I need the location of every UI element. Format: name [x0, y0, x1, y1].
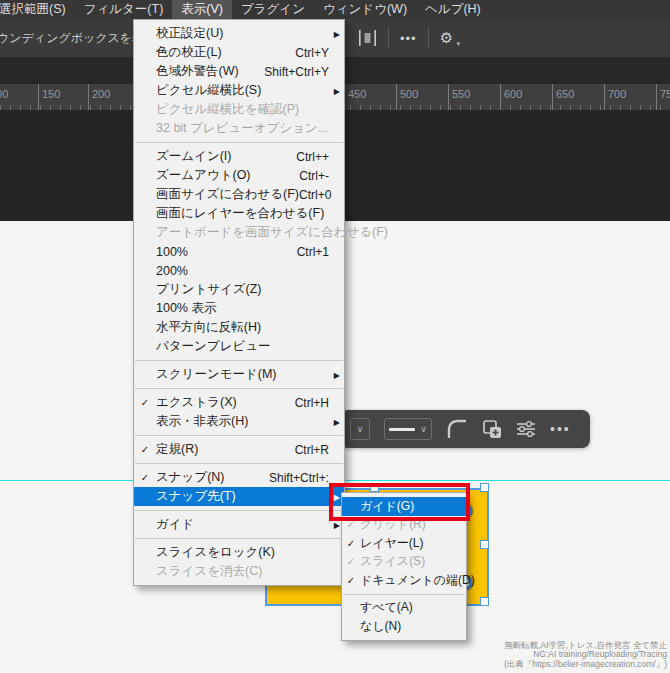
check-icon: ✓ [134, 444, 156, 455]
view-menu-panel: 校正設定(U)▶色の校正(L)Ctrl+Y色域外警告(W)Shift+Ctrl+… [133, 19, 345, 586]
view-menu-item-fit-on-screen[interactable]: 画面サイズに合わせる(F)Ctrl+0 [134, 185, 344, 204]
view-menu-item-label: 200% [156, 264, 188, 278]
transform-handle-right[interactable] [480, 540, 489, 549]
check-icon: ✓ [342, 519, 360, 530]
view-menu-item-32bit-preview-options[interactable]: 32 bit プレビューオプション... [134, 119, 344, 138]
view-menu-item-label: スナップ先(T) [156, 488, 236, 505]
view-menu-item-fit-layers-on-screen[interactable]: 画面にレイヤーを合わせる(F) [134, 204, 344, 223]
menubar-item-filter[interactable]: フィルター(T) [75, 0, 173, 19]
view-menu-separator [135, 142, 343, 143]
view-menu-item-rulers[interactable]: ✓定規(R)Ctrl+R [134, 440, 344, 459]
ruler-number: 100 [0, 84, 8, 110]
transform-handle-bottom-right[interactable] [480, 597, 489, 606]
snap-submenu-item-label: グリッド(R) [360, 516, 426, 533]
snap-submenu-item-label: ドキュメントの端(D) [360, 572, 475, 589]
shortcut-label: Ctrl+H [295, 396, 329, 410]
snap-submenu-item-layers[interactable]: ✓レイヤー(L) [342, 534, 466, 553]
view-menu-item-label: アートボードを画面サイズに合わせる(F) [156, 224, 388, 241]
stroke-style-dropdown[interactable]: ∨ [384, 418, 432, 440]
view-menu-item-label: スライスをロック(K) [156, 544, 275, 561]
view-menu-item-200pct[interactable]: 200% [134, 261, 344, 280]
stroke-style-preview [389, 428, 415, 431]
snap-submenu-item-slices[interactable]: ✓スライス(S) [342, 553, 466, 572]
view-menu-item-clear-slices[interactable]: スライスを消去(C) [134, 562, 344, 581]
submenu-arrow-icon: ▶ [334, 492, 340, 501]
snap-submenu-item-all[interactable]: すべて(A) [342, 599, 466, 618]
view-menu-item-fit-artboard-on-screen[interactable]: アートボードを画面サイズに合わせる(F) [134, 223, 344, 242]
view-menu-item-snap[interactable]: ✓スナップ(N)Shift+Ctrl+: [134, 468, 344, 487]
corner-radius-icon[interactable] [446, 418, 468, 440]
menubar-item-view[interactable]: 表示(V) [172, 0, 232, 19]
more-options-icon[interactable]: ••• [400, 31, 417, 46]
view-menu-item-label: スナップ(N) [156, 469, 225, 486]
view-menu-item-100pct-view[interactable]: 100% 表示 [134, 299, 344, 318]
view-menu-item-label: 定規(R) [156, 441, 198, 458]
ruler-number: 200 [88, 84, 110, 110]
view-menu-item-proof-setup[interactable]: 校正設定(U)▶ [134, 24, 344, 43]
view-menu-item-show-hide[interactable]: 表示・非表示(H)▶ [134, 412, 344, 431]
ruler-number: 500 [396, 84, 418, 110]
photoshop-window: 選択範囲(S)フィルター(T)表示(V)プラグインウィンドウ(W)ヘルプ(H) … [0, 0, 670, 673]
task-bar-more-icon[interactable]: ••• [550, 421, 571, 437]
properties-sliders-icon[interactable] [516, 420, 536, 438]
gear-icon[interactable]: ⚙ ▾ [440, 29, 453, 47]
distribute-horizontal-centers-icon[interactable] [358, 30, 377, 46]
snap-submenu-item-guides[interactable]: ガイド(G) [342, 497, 466, 516]
options-bar-divider [428, 27, 429, 49]
snap-submenu-item-none[interactable]: なし(N) [342, 617, 466, 636]
view-menu-item-guides[interactable]: ガイド▶ [134, 515, 344, 534]
view-menu-item-screen-mode[interactable]: スクリーンモード(M)▶ [134, 365, 344, 384]
submenu-arrow-icon: ▶ [334, 417, 340, 426]
view-menu-item-pixel-aspect-ratio[interactable]: ピクセル縦横比(S)▶ [134, 81, 344, 100]
shortcut-label: Ctrl+- [299, 169, 329, 183]
shortcut-label: Ctrl+1 [297, 245, 329, 259]
view-menu-item-gamut-warning[interactable]: 色域外警告(W)Shift+Ctrl+Y [134, 62, 344, 81]
check-icon: ✓ [342, 556, 360, 567]
menubar-item-plugins[interactable]: プラグイン [232, 0, 314, 19]
view-menu-item-print-size[interactable]: プリントサイズ(Z) [134, 280, 344, 299]
ruler-number: 600 [500, 84, 522, 110]
ruler-number: 650 [552, 84, 574, 110]
view-menu-item-pattern-preview[interactable]: パターンプレビュー [134, 337, 344, 356]
snap-submenu-separator [343, 594, 465, 595]
view-menu-item-label: 画面サイズに合わせる(F) [156, 186, 299, 203]
view-menu-item-flip-horizontal[interactable]: 水平方向に反転(H) [134, 318, 344, 337]
shortcut-label: Ctrl+Y [295, 46, 329, 60]
ruler-number: 750 [656, 84, 670, 110]
transform-handle-top[interactable] [370, 483, 379, 492]
menubar-item-select[interactable]: 選択範囲(S) [0, 0, 75, 19]
menubar-item-window[interactable]: ウィンドウ(W) [314, 0, 416, 19]
view-menu-item-lock-slices[interactable]: スライスをロック(K) [134, 543, 344, 562]
view-menu-item-label: エクストラ(X) [156, 394, 237, 411]
check-icon: ✓ [134, 472, 156, 483]
view-menu-item-zoom-in[interactable]: ズームイン(I)Ctrl++ [134, 147, 344, 166]
view-menu-item-proof-colors[interactable]: 色の校正(L)Ctrl+Y [134, 43, 344, 62]
view-menu-item-snap-to[interactable]: スナップ先(T)▶ [134, 487, 344, 506]
view-menu-item-label: 画面にレイヤーを合わせる(F) [156, 205, 324, 222]
view-menu-item-extras[interactable]: ✓エクストラ(X)Ctrl+H [134, 393, 344, 412]
view-menu-item-label: ピクセル縦横比(S) [156, 82, 261, 99]
fill-dropdown[interactable]: ∨ [350, 418, 370, 440]
submenu-arrow-icon: ▶ [334, 29, 340, 38]
snap-submenu-item-label: ガイド(G) [360, 498, 414, 515]
snap-submenu-item-document-bounds[interactable]: ✓ドキュメントの端(D) [342, 571, 466, 590]
shortcut-label: Ctrl+0 [299, 188, 331, 202]
view-menu-item-label: ズームイン(I) [156, 148, 231, 165]
view-menu-separator [135, 435, 343, 436]
view-menu-item-label: 100% 表示 [156, 300, 216, 317]
view-menu-item-label: 100% [156, 245, 188, 259]
menubar-item-help[interactable]: ヘルプ(H) [416, 0, 490, 19]
snap-submenu-item-grid[interactable]: ✓グリッド(R) [342, 516, 466, 535]
submenu-arrow-icon: ▶ [334, 86, 340, 95]
view-menu-item-zoom-out[interactable]: ズームアウト(O)Ctrl+- [134, 166, 344, 185]
view-menu-item-label: 表示・非表示(H) [156, 413, 248, 430]
check-icon: ✓ [342, 538, 360, 549]
view-menu-item-pixel-aspect-ratio-correction[interactable]: ピクセル縦横比を確認(P) [134, 100, 344, 119]
view-menu-item-label: ズームアウト(O) [156, 167, 251, 184]
view-menu-item-100pct[interactable]: 100%Ctrl+1 [134, 242, 344, 261]
view-menu-item-label: 色域外警告(W) [156, 63, 239, 80]
check-icon: ✓ [342, 575, 360, 586]
duplicate-shape-icon[interactable] [482, 419, 502, 439]
ruler-number: 150 [38, 84, 60, 110]
transform-handle-top-right[interactable] [480, 483, 489, 492]
